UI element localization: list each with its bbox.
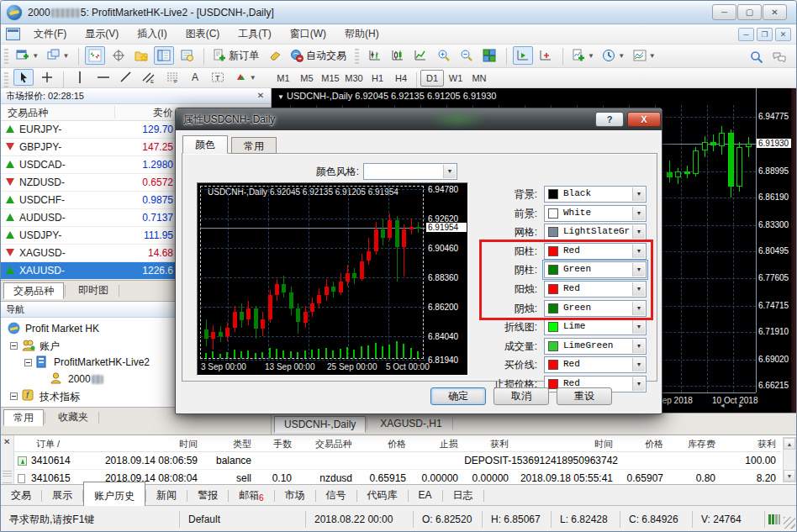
terminal-tab-EA[interactable]: EA bbox=[409, 485, 442, 506]
candlestick-chart-type-button[interactable] bbox=[388, 46, 408, 65]
market-watch-toggle-button[interactable] bbox=[154, 46, 174, 65]
auto-scroll-button[interactable] bbox=[513, 46, 533, 65]
chevron-down-icon[interactable]: ▼ bbox=[632, 225, 645, 239]
timeframe-H1[interactable]: H1 bbox=[366, 70, 389, 87]
chevron-down-icon[interactable]: ▼ bbox=[632, 377, 645, 391]
reset-button[interactable]: 重设 bbox=[557, 387, 612, 405]
tile-windows-button[interactable] bbox=[479, 46, 499, 65]
timeframe-M5[interactable]: M5 bbox=[295, 70, 319, 87]
fibonacci-tool-button[interactable]: F bbox=[162, 69, 182, 86]
terminal-tab-账户历史[interactable]: 账户历史 bbox=[83, 482, 145, 506]
terminal-tab-代码库[interactable]: 代码库 bbox=[357, 485, 408, 506]
chart-tab-USDCNH-,Daily[interactable]: USDCNH-,Daily bbox=[274, 416, 366, 433]
symbol-column-header[interactable]: 交易品种 bbox=[8, 106, 48, 120]
new-chart-button[interactable]: ▼ bbox=[13, 46, 41, 65]
terminal-tab-邮箱[interactable]: 邮箱6 bbox=[229, 485, 274, 506]
docked-toolbar-grip[interactable] bbox=[3, 471, 12, 478]
channel-tool-button[interactable]: E bbox=[139, 69, 159, 86]
terminal-tab-新闻[interactable]: 新闻 bbox=[146, 485, 187, 506]
timeframe-M30[interactable]: M30 bbox=[342, 70, 366, 87]
tab-colors[interactable]: 颜色 bbox=[182, 135, 228, 154]
profiles-button[interactable]: ▼ bbox=[45, 46, 72, 65]
timeframe-D1[interactable]: D1 bbox=[420, 70, 444, 87]
navigator-tab-常用[interactable]: 常用 bbox=[3, 409, 44, 426]
toolbar-grip[interactable] bbox=[4, 49, 8, 64]
chevron-down-icon[interactable]: ▼ bbox=[632, 340, 645, 353]
terminal-scrollbar[interactable]: ▲ ▼ bbox=[783, 437, 796, 482]
mdi-minimize-button[interactable]: ─ bbox=[738, 28, 754, 41]
terminal-column-header[interactable]: 订单 / bbox=[14, 435, 98, 452]
close-icon[interactable]: ✕ bbox=[255, 90, 267, 102]
tree-expander-icon[interactable] bbox=[10, 392, 18, 400]
cancel-button[interactable]: 取消 bbox=[494, 387, 549, 405]
crosshair-tool-button[interactable] bbox=[37, 69, 57, 86]
menu-文件[interactable]: 文件(F) bbox=[24, 24, 76, 44]
menu-帮助[interactable]: 帮助(H) bbox=[335, 24, 388, 44]
market-watch-caption[interactable]: 市场报价: 02:28:15 ✕ bbox=[1, 88, 271, 104]
terminal-row[interactable]: 34106142018.09.14 08:06:59balanceDEPOSIT… bbox=[14, 452, 781, 470]
chevron-down-icon[interactable]: ▼ bbox=[443, 165, 456, 178]
menu-插入[interactable]: 插入(I) bbox=[128, 24, 176, 44]
tree-expander-icon[interactable] bbox=[24, 359, 32, 366]
terminal-column-header[interactable]: 价格 bbox=[616, 435, 667, 452]
bar-chart-type-button[interactable] bbox=[365, 46, 385, 65]
market-watch-tab-交易品种[interactable]: 交易品种 bbox=[3, 282, 64, 299]
trendline-tool-button[interactable] bbox=[116, 69, 136, 86]
text-tool-button[interactable]: A bbox=[185, 69, 205, 86]
close-button[interactable]: ✕ bbox=[763, 4, 787, 20]
terminal-column-header[interactable]: 手数 bbox=[255, 435, 295, 452]
menu-显示[interactable]: 显示(V) bbox=[76, 24, 128, 44]
color-scheme-select[interactable]: ▼ bbox=[363, 163, 457, 180]
terminal-column-header[interactable]: 获利 bbox=[462, 435, 512, 452]
menu-图表[interactable]: 图表(C) bbox=[177, 24, 230, 44]
periods-button[interactable]: ▼ bbox=[599, 46, 627, 65]
chevron-down-icon[interactable]: ▼ bbox=[632, 358, 645, 371]
line-chart-type-button[interactable] bbox=[410, 46, 430, 65]
terminal-column-header[interactable]: 止损 bbox=[409, 435, 462, 452]
terminal-column-header[interactable]: 价格 bbox=[356, 435, 409, 452]
toolbar-grip[interactable] bbox=[355, 49, 359, 64]
minimize-button[interactable]: ─ bbox=[712, 4, 736, 20]
mdi-restore-button[interactable]: ❐ bbox=[757, 28, 773, 41]
status-profile[interactable]: Default bbox=[179, 511, 305, 528]
market-watch-tab-即时图[interactable]: 即时图 bbox=[69, 282, 118, 299]
cursor-tool-button[interactable] bbox=[13, 69, 34, 86]
zoom-out-button[interactable] bbox=[457, 46, 477, 65]
terminal-close-icon[interactable]: ✕ bbox=[3, 437, 10, 446]
timeframe-W1[interactable]: W1 bbox=[444, 70, 467, 87]
terminal-tab-市场[interactable]: 市场 bbox=[275, 485, 315, 506]
new-order-button[interactable]: 新订单 bbox=[210, 46, 261, 65]
color-select-LimeGreen[interactable]: LimeGreen▼ bbox=[544, 338, 647, 355]
ok-button[interactable]: 确定 bbox=[430, 387, 486, 405]
text-label-tool-button[interactable]: T bbox=[208, 69, 228, 86]
crosshair-mode-button[interactable] bbox=[108, 46, 129, 65]
eraser-button[interactable] bbox=[265, 46, 285, 65]
terminal-column-header[interactable]: 获利 bbox=[719, 435, 779, 452]
terminal-tab-展示[interactable]: 展示 bbox=[42, 485, 82, 506]
terminal-tab-警报[interactable]: 警报 bbox=[187, 485, 228, 506]
menu-窗口[interactable]: 窗口(W) bbox=[281, 24, 335, 44]
scroll-down-icon[interactable]: ▼ bbox=[784, 470, 795, 482]
terminal-tab-信号[interactable]: 信号 bbox=[316, 485, 356, 506]
data-window-button[interactable] bbox=[177, 46, 198, 65]
navigator-tab-收藏夹[interactable]: 收藏夹 bbox=[49, 409, 98, 426]
color-select-Black[interactable]: Black▼ bbox=[544, 186, 647, 203]
search-button[interactable] bbox=[747, 48, 767, 66]
mdi-close-button[interactable]: ✕ bbox=[775, 28, 791, 41]
scroll-right-icon[interactable]: ▸ bbox=[739, 401, 743, 409]
chat-button[interactable] bbox=[769, 48, 789, 66]
terminal-column-header[interactable]: 时间 bbox=[512, 435, 616, 452]
chart-tab-XAGUSD-,H1[interactable]: XAGUSD-,H1 bbox=[371, 416, 451, 433]
color-select-LightSlateGr[interactable]: LightSlateGr▼ bbox=[544, 224, 647, 240]
dialog-close-button[interactable]: X bbox=[627, 112, 661, 127]
color-select-Lime[interactable]: Lime▼ bbox=[544, 319, 647, 335]
horizontal-line-tool-button[interactable] bbox=[93, 69, 113, 86]
timeframe-MN[interactable]: MN bbox=[467, 70, 491, 87]
scroll-up-icon[interactable]: ▲ bbox=[784, 438, 795, 450]
terminal-tab-交易[interactable]: 交易 bbox=[1, 485, 41, 506]
arrows-tool-button[interactable]: ▼ bbox=[231, 69, 259, 86]
timeframe-M15[interactable]: M15 bbox=[319, 70, 342, 87]
timeframe-H4[interactable]: H4 bbox=[389, 70, 413, 87]
timeframe-M1[interactable]: M1 bbox=[272, 70, 295, 87]
terminal-column-header[interactable]: 交易品种 bbox=[295, 435, 356, 452]
